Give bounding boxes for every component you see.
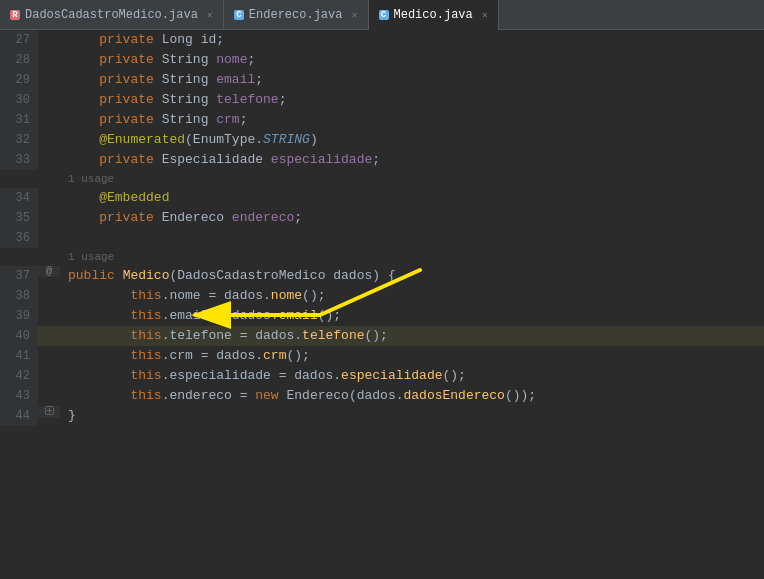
usage-text: 1 usage (60, 248, 764, 266)
line-number: 30 (0, 90, 38, 110)
token-text: .telefone = dados. (162, 328, 302, 343)
token-this-kw: this (130, 288, 161, 303)
line-number: 28 (0, 50, 38, 70)
token-kw: private (99, 32, 154, 47)
line-number: 27 (0, 30, 38, 50)
token-param: dados (333, 268, 372, 283)
token-field: crm (216, 112, 239, 127)
tab-endereco[interactable]: CEndereco.java✕ (224, 0, 369, 30)
lines-container: 27 private Long id;28 private String nom… (0, 30, 764, 426)
token-text: .crm = dados. (162, 348, 263, 363)
line-number: 43 (0, 386, 38, 406)
token-text: ; (255, 72, 263, 87)
token-method: nome (271, 288, 302, 303)
line-number: 37 (0, 266, 38, 286)
code-content: private Especialidade especialidade; (60, 150, 764, 170)
token-text: ) { (372, 268, 395, 283)
tab-label-dados: DadosCadastroMedico.java (25, 8, 198, 22)
token-this-kw: this (130, 388, 161, 403)
line-number: 29 (0, 70, 38, 90)
line-number: 38 (0, 286, 38, 306)
token-text: (); (302, 288, 325, 303)
usage-hint: 1 usage (0, 170, 764, 188)
tab-bar: RDadosCadastroMedico.java✕CEndereco.java… (0, 0, 764, 30)
token-field: endereco (232, 210, 294, 225)
code-content: private String nome; (60, 50, 764, 70)
token-text: ; (372, 152, 380, 167)
tab-icon-dados: R (10, 10, 20, 20)
code-content: @Enumerated(EnumType.STRING) (60, 130, 764, 150)
token-kw: private (99, 52, 154, 67)
line-number: 40 (0, 326, 38, 346)
code-line-31: 31 private String crm; (0, 110, 764, 130)
code-content: private String email; (60, 70, 764, 90)
code-content: public Medico(DadosCadastroMedico dados)… (60, 266, 764, 286)
code-content: this.crm = dados.crm(); (60, 346, 764, 366)
token-this-kw: this (130, 308, 161, 323)
token-text: ()); (505, 388, 536, 403)
code-line-32: 32 @Enumerated(EnumType.STRING) (0, 130, 764, 150)
token-field: email (216, 72, 255, 87)
code-line-38: 38 this.nome = dados.nome(); (0, 286, 764, 306)
code-content: private Endereco endereco; (60, 208, 764, 228)
code-line-30: 30 private String telefone; (0, 90, 764, 110)
code-line-44: 44} (0, 406, 764, 426)
code-line-43: 43 this.endereco = new Endereco(dados.da… (0, 386, 764, 406)
token-text: String (154, 112, 216, 127)
token-field: nome (216, 52, 247, 67)
line-number: 33 (0, 150, 38, 170)
code-content (60, 228, 764, 248)
tab-label-endereco: Endereco.java (249, 8, 343, 22)
token-text: (); (365, 328, 388, 343)
tab-label-medico: Medico.java (394, 8, 473, 22)
tab-close-dados[interactable]: ✕ (207, 9, 213, 21)
token-text (115, 268, 123, 283)
code-content: this.telefone = dados.telefone(); (60, 326, 764, 346)
code-content: this.nome = dados.nome(); (60, 286, 764, 306)
token-text: Endereco(dados. (279, 388, 404, 403)
token-kw: public (68, 268, 115, 283)
code-line-28: 28 private String nome; (0, 50, 764, 70)
line-number: 36 (0, 228, 38, 248)
token-kw: private (99, 210, 154, 225)
line-number: 41 (0, 346, 38, 366)
token-kw: private (99, 72, 154, 87)
tab-close-endereco[interactable]: ✕ (351, 9, 357, 21)
line-number: 34 (0, 188, 38, 208)
code-content: private Long id; (60, 30, 764, 50)
code-line-29: 29 private String email; (0, 70, 764, 90)
token-kw: private (99, 152, 154, 167)
token-kw: private (99, 112, 154, 127)
line-number: 31 (0, 110, 38, 130)
token-text: ) (310, 132, 318, 147)
token-text: .endereco = (162, 388, 256, 403)
usage-hint: 1 usage (0, 248, 764, 266)
token-enum-val: STRING (263, 132, 310, 147)
token-text: .email = dados. (162, 308, 279, 323)
tab-close-medico[interactable]: ✕ (482, 9, 488, 21)
token-text: (); (286, 348, 309, 363)
code-line-33: 33 private Especialidade especialidade; (0, 150, 764, 170)
token-method: dadosEndereco (404, 388, 505, 403)
token-text: ; (294, 210, 302, 225)
editor: 27 private Long id;28 private String nom… (0, 30, 764, 579)
line-number: 32 (0, 130, 38, 150)
token-new-kw: new (255, 388, 278, 403)
token-text: (EnumType. (185, 132, 263, 147)
tab-medico[interactable]: CMedico.java✕ (369, 0, 499, 30)
gutter-icons: @ (38, 266, 60, 277)
fold-icon[interactable] (45, 406, 54, 418)
code-content: this.email = dados.email(); (60, 306, 764, 326)
editor-wrapper: 27 private Long id;28 private String nom… (0, 30, 764, 579)
token-text: ; (240, 112, 248, 127)
code-line-34: 34 @Embedded (0, 188, 764, 208)
code-content: @Embedded (60, 188, 764, 208)
token-text: (); (318, 308, 341, 323)
code-content: private String telefone; (60, 90, 764, 110)
token-annotation: @Embedded (99, 190, 169, 205)
token-annotation: @Enumerated (99, 132, 185, 147)
tab-dados[interactable]: RDadosCadastroMedico.java✕ (0, 0, 224, 30)
token-text: String (154, 52, 216, 67)
code-line-39: 39 this.email = dados.email(); (0, 306, 764, 326)
token-text: String (154, 92, 216, 107)
